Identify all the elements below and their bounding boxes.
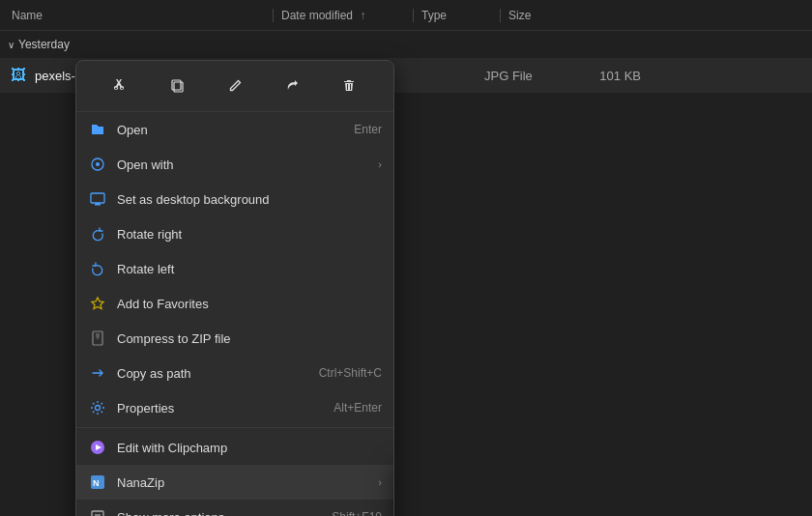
- copy-button[interactable]: [160, 69, 195, 103]
- zip-icon: [88, 329, 107, 348]
- share-button[interactable]: [275, 69, 309, 103]
- menu-item-clipchamp[interactable]: Edit with Clipchamp: [76, 430, 393, 465]
- rename-button[interactable]: [218, 69, 252, 103]
- menu-item-favorites[interactable]: Add to Favorites: [76, 286, 393, 321]
- col-type-header[interactable]: Type: [413, 9, 500, 22]
- menu-item-open-with[interactable]: Open with ›: [76, 147, 393, 182]
- col-name-header[interactable]: Name: [12, 9, 273, 22]
- menu-divider-1: [76, 427, 393, 428]
- file-icon: 🖼: [8, 65, 29, 86]
- svg-point-3: [96, 162, 100, 166]
- col-date-header[interactable]: Date modified ↑: [273, 9, 413, 22]
- properties-icon: [88, 398, 107, 417]
- rotate-left-icon: [88, 259, 107, 278]
- file-size: 101 KB: [571, 69, 649, 83]
- open-with-icon: [88, 155, 107, 174]
- delete-button[interactable]: [332, 69, 366, 103]
- file-type: JPG File: [484, 69, 571, 83]
- menu-item-desktop-bg[interactable]: Set as desktop background: [76, 182, 393, 216]
- svg-rect-6: [97, 203, 100, 204]
- path-icon: [88, 363, 107, 383]
- menu-item-nanazip[interactable]: N NanaZip › Add to archive... Add to "pe…: [76, 465, 393, 500]
- clipchamp-icon: [88, 438, 107, 457]
- group-yesterday[interactable]: ∨ Yesterday: [0, 31, 812, 58]
- menu-item-open[interactable]: Open Enter: [76, 112, 393, 147]
- menu-item-properties[interactable]: Properties Alt+Enter: [76, 390, 393, 425]
- context-toolbar: [76, 61, 393, 112]
- menu-item-rotate-left[interactable]: Rotate left: [76, 251, 393, 286]
- rotate-right-icon: [88, 224, 107, 244]
- open-icon: [88, 120, 107, 139]
- sort-arrow: ↑: [360, 9, 365, 22]
- chevron-down-icon: ∨: [8, 40, 14, 50]
- menu-item-compress-zip[interactable]: Compress to ZIP file: [76, 321, 393, 356]
- more-options-icon: [88, 507, 107, 516]
- menu-item-more-options[interactable]: Show more options Shift+F10: [76, 500, 393, 516]
- context-menu: Open Enter Open with › Set as desktop ba…: [75, 60, 394, 516]
- menu-item-copy-path[interactable]: Copy as path Ctrl+Shift+C: [76, 356, 393, 390]
- svg-rect-5: [95, 204, 101, 206]
- svg-point-12: [96, 406, 101, 411]
- menu-item-rotate-right[interactable]: Rotate right: [76, 216, 393, 251]
- col-size-header[interactable]: Size: [500, 9, 577, 22]
- cut-button[interactable]: [103, 69, 138, 103]
- desktop-icon: [88, 189, 107, 209]
- nanazip-icon: N: [88, 473, 107, 492]
- column-headers: Name Date modified ↑ Type Size: [0, 0, 812, 31]
- open-with-arrow: ›: [378, 158, 382, 170]
- svg-text:N: N: [93, 478, 100, 488]
- svg-rect-4: [91, 193, 104, 203]
- nanazip-arrow: ›: [378, 476, 382, 488]
- star-icon: [88, 294, 107, 313]
- svg-marker-7: [92, 298, 103, 309]
